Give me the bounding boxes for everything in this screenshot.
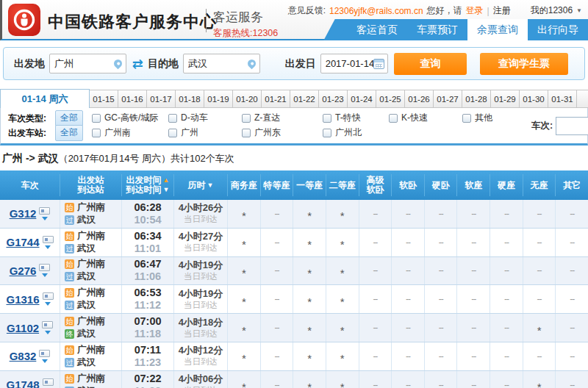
seat-availability-cell: -- (425, 342, 458, 370)
nav-item[interactable]: 车票预订 (407, 19, 467, 40)
from-station-input[interactable] (50, 58, 116, 69)
column-header[interactable]: 硬卧 (425, 174, 458, 196)
departure-date-input[interactable] (321, 58, 379, 69)
checkbox-icon[interactable] (92, 114, 101, 123)
train-number-input[interactable] (556, 117, 588, 135)
feedback-email-link[interactable]: 12306yjfk@rails.com.cn (329, 6, 423, 16)
column-header[interactable]: 硬座 (490, 174, 523, 196)
train-number-link[interactable]: G1744 (6, 236, 39, 248)
register-link[interactable]: 注册 (493, 4, 511, 17)
filter-checkbox-item[interactable]: 广州南 (92, 126, 168, 139)
nav-item[interactable]: 出行向导 (528, 19, 588, 40)
filter-checkbox-item[interactable]: Z-直达 (242, 112, 323, 124)
column-header[interactable]: 历时▼ (174, 174, 228, 196)
date-tab[interactable]: 01-26 (405, 90, 434, 108)
train-cell: G1316 (0, 285, 60, 313)
sort-desc-icon[interactable]: ▼ (163, 185, 170, 195)
column-header[interactable]: 出发站到达站 (60, 174, 122, 196)
column-header[interactable]: 二等座 (326, 174, 359, 196)
train-number-link[interactable]: G276 (10, 265, 37, 277)
checkbox-icon[interactable] (323, 114, 331, 123)
query-student-ticket-button[interactable]: 查询学生票 (480, 53, 568, 75)
filter-checkbox-item[interactable]: T-特快 (323, 112, 389, 124)
column-header[interactable]: 无座 (523, 174, 556, 196)
train-number-link[interactable]: G312 (10, 207, 37, 220)
column-header[interactable]: 特等座 (261, 174, 294, 196)
nav-item[interactable]: 客运首页 (347, 19, 407, 40)
filter-checkbox-item[interactable]: 广州 (168, 126, 242, 139)
checkbox-icon[interactable] (389, 114, 398, 123)
date-tab[interactable]: 01-24 (348, 90, 376, 108)
seat-availability-cell: * (523, 371, 556, 388)
sort-desc-icon[interactable]: ▼ (207, 181, 214, 190)
expand-stops-icon[interactable] (42, 273, 48, 277)
checkbox-icon[interactable] (323, 129, 331, 137)
train-number-link[interactable]: G1102 (7, 322, 39, 334)
column-header[interactable]: 车次 (0, 174, 60, 196)
train-number-link[interactable]: G1748 (6, 378, 39, 388)
date-tab[interactable]: 01-23 (319, 90, 348, 108)
filter-checkbox-item[interactable]: GC-高铁/城际 (92, 112, 168, 124)
my-12306-link[interactable]: 我的12306 (531, 4, 573, 17)
train-number-link[interactable]: G1316 (6, 293, 39, 306)
date-tab[interactable]: 01-15 (90, 90, 118, 108)
column-header-text: 软座 (465, 181, 482, 190)
station-badge: 始 (65, 288, 74, 298)
nav-item[interactable]: 余票查询 (467, 19, 528, 40)
date-tab[interactable]: 01-31 (548, 90, 577, 108)
date-tab[interactable]: 01-20 (233, 90, 262, 108)
filter-checkbox-item[interactable]: K-快速 (389, 112, 462, 124)
date-tab[interactable]: 01-22 (290, 90, 319, 108)
checkbox-icon[interactable] (462, 114, 471, 123)
expand-stops-icon[interactable] (45, 245, 51, 249)
checkbox-icon[interactable] (168, 129, 177, 137)
date-tab-active[interactable]: 01-14 周六 (0, 89, 90, 108)
expand-stops-icon[interactable] (42, 359, 48, 363)
column-header[interactable]: 一等座 (293, 174, 326, 196)
calendar-icon[interactable] (373, 59, 384, 69)
checkbox-icon[interactable] (168, 114, 177, 123)
filter-checkbox-item[interactable]: 广州北 (323, 126, 389, 139)
column-header[interactable]: 软座 (457, 174, 490, 196)
seat-availability-value: -- (504, 323, 509, 333)
seat-availability-value: -- (504, 380, 509, 388)
column-header[interactable]: 其它 (556, 174, 588, 196)
column-header[interactable]: 软卧 (392, 174, 425, 196)
date-tab[interactable]: 01-18 (176, 90, 204, 108)
query-button[interactable]: 查询 (394, 53, 467, 75)
time-cell: 06:2810:54 (122, 200, 174, 228)
date-tab[interactable]: 01-25 (376, 90, 405, 108)
date-tab[interactable]: 01-30 (520, 90, 548, 108)
swap-stations-icon[interactable]: ⇄ (132, 57, 143, 71)
all-stations-button[interactable]: 全部 (55, 125, 83, 141)
date-tab[interactable]: 01-16 (118, 90, 147, 108)
date-tab[interactable]: 01-21 (262, 90, 290, 108)
expand-stops-icon[interactable] (45, 331, 51, 334)
checkbox-icon[interactable] (92, 129, 101, 137)
column-header[interactable]: 高级软卧 (359, 174, 392, 196)
train-number-link[interactable]: G832 (10, 350, 37, 362)
seat-availability-cell: * (228, 314, 261, 342)
filter-checkbox-item[interactable]: 其他 (462, 112, 528, 124)
date-tab[interactable]: 01-28 (462, 90, 491, 108)
all-types-button[interactable]: 全部 (55, 110, 83, 126)
date-tab[interactable]: 01-19 (204, 90, 233, 108)
to-station-input[interactable] (184, 58, 250, 69)
filter-checkbox-item[interactable]: 广州东 (242, 126, 323, 139)
column-header[interactable]: 商务座 (228, 174, 261, 196)
date-tab[interactable]: 01-27 (434, 90, 462, 108)
seat-availability-value: -- (504, 294, 509, 304)
date-tab[interactable]: 01-17 (147, 90, 176, 108)
checkbox-icon[interactable] (242, 114, 251, 123)
login-link[interactable]: 登录 (466, 4, 484, 17)
date-tab[interactable]: 01-29 (491, 90, 520, 108)
column-header[interactable]: 出发时间▲到达时间▼ (122, 174, 174, 196)
departure-time: 06:28 (134, 201, 161, 214)
checkbox-icon[interactable] (242, 129, 251, 137)
expand-stops-icon[interactable] (45, 302, 51, 306)
date-tab-partial[interactable] (577, 90, 588, 108)
sort-asc-icon[interactable]: ▲ (163, 176, 170, 185)
expand-stops-icon[interactable] (42, 217, 48, 220)
column-header-text: 车次 (21, 181, 39, 190)
filter-checkbox-item[interactable]: D-动车 (168, 112, 242, 124)
